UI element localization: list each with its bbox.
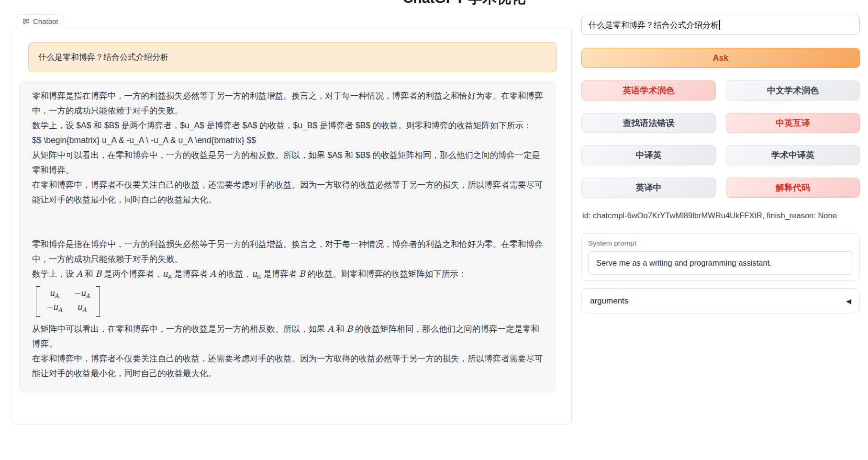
response-status-line: id: chatcmpl-6wOo7KrYTwMl89lbrMWRu4UkFFX… [582, 211, 837, 220]
bot-raw-paragraph-4: 在零和博弈中，博弈者不仅要关注自己的收益，还需要考虑对手的收益。因为一方取得的收… [32, 178, 543, 207]
system-prompt-card: System prompt Serve me as a writing and … [581, 233, 860, 281]
query-input-value: 什么是零和博弈？结合公式介绍分析 [589, 20, 719, 31]
bot-raw-paragraph-1: 零和博弈是指在博弈中，一方的利益损失必然等于另一方的利益增益。换言之，对于每一种… [32, 89, 543, 118]
payoff-matrix: uA−uA−uAuA [36, 286, 100, 317]
bot-rendered-paragraph-1: 零和博弈是指在博弈中，一方的利益损失必然等于另一方的利益增益。换言之，对于每一种… [32, 237, 543, 267]
page-title: ChatGPT 学术优化 [403, 0, 526, 8]
ask-button[interactable]: Ask [581, 48, 860, 68]
arguments-accordion-label: arguments [590, 296, 628, 306]
bot-raw-paragraph-2: 数学上，设 $A$ 和 $B$ 是两个博弈者，$u_A$ 是博弈者 $A$ 的收… [32, 118, 543, 133]
bot-rendered-paragraph-3: 从矩阵中可以看出，在零和博弈中，一方的收益是另一方的相反数。所以，如果 A 和 … [32, 322, 543, 351]
button-english-academic-polish[interactable]: 英语学术润色 [581, 80, 716, 101]
arguments-accordion[interactable]: arguments ◀ [581, 288, 860, 314]
button-en-to-zh[interactable]: 英译中 [581, 178, 716, 198]
bot-raw-paragraph-3: 从矩阵中可以看出，在零和博弈中，一方的收益是另一方的相反数。所以，如果 $A$ … [32, 148, 543, 178]
bot-message-bubble[interactable]: 零和博弈是指在博弈中，一方的利益损失必然等于另一方的利益增益。换言之，对于每一种… [19, 81, 556, 392]
left-triangle-icon[interactable]: ◀ [846, 297, 851, 305]
chatbot-panel-label: Chatbot [17, 14, 64, 27]
control-panel: 什么是零和博弈？结合公式介绍分析 Ask 英语学术润色 中文学术润色 查找语法错… [581, 0, 860, 460]
button-chinese-academic-polish[interactable]: 中文学术润色 [726, 80, 860, 101]
bot-rendered-paragraph-2: 数学上，设 A 和 B 是两个博弈者，uA 是博弈者 A 的收益，uB 是博弈者… [32, 267, 543, 285]
matrix-cells: uA−uA−uAuA [40, 286, 96, 317]
button-zh-to-en[interactable]: 中译英 [581, 145, 716, 165]
system-prompt-label: System prompt [588, 239, 853, 247]
matrix-left-bracket [36, 286, 40, 317]
query-input[interactable]: 什么是零和博弈？结合公式介绍分析 [581, 15, 860, 35]
bot-raw-latex-line: $$ \begin{bmatrix} u_A & -u_A \ -u_A & u… [32, 133, 543, 148]
button-academic-zh-to-en[interactable]: 学术中译英 [726, 145, 860, 165]
user-message-bubble[interactable]: 什么是零和博弈？结合公式介绍分析 [28, 42, 557, 72]
matrix-right-bracket [96, 286, 100, 317]
chat-bubble-icon [22, 18, 30, 25]
button-explain-code[interactable]: 解释代码 [726, 178, 860, 198]
text-cursor [719, 20, 720, 30]
chatbot-panel: 什么是零和博弈？结合公式介绍分析 零和博弈是指在博弈中，一方的利益损失必然等于另… [11, 27, 572, 425]
message-block-gap [32, 207, 543, 237]
system-prompt-input[interactable]: Serve me as a writing and programming as… [588, 251, 853, 275]
button-find-grammar-errors[interactable]: 查找语法错误 [581, 113, 716, 133]
button-zh-en-mutual-translate[interactable]: 中英互译 [726, 113, 860, 133]
chatbot-panel-label-text: Chatbot [33, 17, 58, 25]
bot-rendered-paragraph-4: 在零和博弈中，博弈者不仅要关注自己的收益，还需要考虑对手的收益。因为一方取得的收… [32, 351, 543, 381]
